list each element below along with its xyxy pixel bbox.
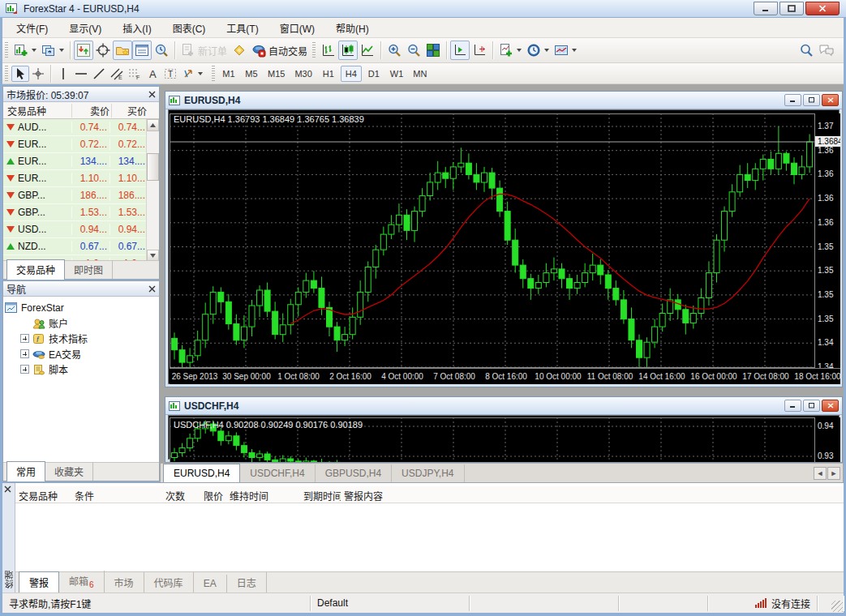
toolbar-grip[interactable] <box>5 66 8 82</box>
menu-item[interactable]: 工具(T) <box>216 19 268 37</box>
timeframe-button-d1[interactable]: D1 <box>363 66 384 82</box>
chart-tab-eurusdh4[interactable]: EURUSD,H4 <box>163 464 240 482</box>
toolbar-grip[interactable] <box>5 42 8 58</box>
menu-item[interactable]: 显示(V) <box>58 19 112 37</box>
market-watch-tab-交易品种[interactable]: 交易品种 <box>6 259 65 280</box>
timeframe-button-h4[interactable]: H4 <box>341 66 362 82</box>
usdchf-price-axis[interactable]: 0.940.93 <box>815 417 840 463</box>
new-order-button[interactable]: 新订单 <box>178 41 230 60</box>
expand-icon[interactable] <box>20 365 29 374</box>
resize-grip[interactable] <box>831 601 843 612</box>
templates-button[interactable] <box>552 41 579 60</box>
crosshair-tool-button[interactable] <box>29 66 47 82</box>
new-chart-dropdown[interactable] <box>32 49 37 52</box>
terminal-tab-EA[interactable]: EA <box>194 575 227 592</box>
chart-tab-usdjpyh4[interactable]: USDJPY,H4 <box>392 464 464 482</box>
market-watch-row[interactable]: NZD...0.67...0.67... <box>3 238 159 255</box>
toolbar-grip[interactable] <box>212 66 215 82</box>
column-symbol[interactable]: 交易品种 <box>3 104 71 118</box>
timeframe-button-m15[interactable]: M15 <box>264 66 289 82</box>
periods-dropdown[interactable] <box>544 49 549 52</box>
maximize-button[interactable] <box>779 2 804 15</box>
timeframe-button-m30[interactable]: M30 <box>290 66 316 82</box>
zoom-out-button[interactable] <box>404 41 423 60</box>
line-chart-button[interactable] <box>358 41 377 60</box>
candlestick-chart-button[interactable] <box>338 41 358 60</box>
market-watch-row[interactable]: USD...0.94...0.94... <box>3 221 159 238</box>
menu-item[interactable]: 文件(F) <box>6 19 58 37</box>
chart-restore-button[interactable] <box>803 94 820 106</box>
tree-item-accounts[interactable]: 账户 <box>5 315 159 331</box>
templates-dropdown[interactable] <box>572 49 577 52</box>
terminal-tab-代码库[interactable]: 代码库 <box>144 572 194 592</box>
chart-tab-gbpusdh4[interactable]: GBPUSD,H4 <box>316 464 392 482</box>
data-window-button[interactable] <box>93 41 113 60</box>
terminal-column-条件[interactable]: 条件 <box>71 486 130 503</box>
market-watch-row[interactable]: AUD...0.74...0.74... <box>3 119 159 136</box>
tree-item-forexstar[interactable]: ForexStar <box>5 300 159 315</box>
scroll-up-button[interactable] <box>147 119 159 131</box>
column-bid[interactable]: 卖价 <box>71 104 110 118</box>
auto-scroll-button[interactable] <box>450 41 470 60</box>
cursor-tool-button[interactable] <box>11 66 29 82</box>
tree-item-indicators[interactable]: f技术指标 <box>5 331 159 346</box>
bar-chart-button[interactable] <box>319 41 338 60</box>
navigator-close-icon[interactable] <box>148 285 156 293</box>
navigator-tab-收藏夹[interactable]: 收藏夹 <box>45 462 93 481</box>
menu-item[interactable]: 图表(C) <box>162 19 217 37</box>
terminal-column-维持时间[interactable]: 维持时间 <box>226 486 300 503</box>
menu-item[interactable]: 帮助(H) <box>325 19 380 37</box>
chart-close-button[interactable] <box>822 94 839 106</box>
new-chart-button[interactable] <box>11 41 39 60</box>
periods-button[interactable] <box>524 41 552 60</box>
indicators-dropdown[interactable] <box>517 49 522 52</box>
timeframe-button-h1[interactable]: H1 <box>318 66 339 82</box>
fibonacci-tool[interactable]: F <box>126 66 144 82</box>
chart-tab-usdchfh4[interactable]: USDCHF,H4 <box>240 464 315 482</box>
tree-item-experts[interactable]: EA交易 <box>5 346 159 361</box>
market-watch-toggle[interactable] <box>74 41 93 60</box>
chart-close-button[interactable] <box>822 400 839 412</box>
timeframe-button-w1[interactable]: W1 <box>386 66 408 82</box>
horizontal-line-tool[interactable] <box>72 66 90 82</box>
terminal-column-次数[interactable]: 次数 <box>130 486 188 503</box>
arrows-tool-button[interactable] <box>179 66 205 82</box>
status-profile[interactable]: Default <box>311 596 470 611</box>
chart-maximize-button[interactable] <box>803 400 820 412</box>
timeframe-button-m1[interactable]: M1 <box>218 66 239 82</box>
navigator-tab-常用[interactable]: 常用 <box>6 461 45 481</box>
scroll-thumb[interactable] <box>147 153 159 181</box>
chart-minimize-button[interactable] <box>784 94 801 106</box>
expand-icon[interactable] <box>20 334 29 343</box>
tabs-scroll-right-icon[interactable]: ► <box>827 467 840 480</box>
menu-item[interactable]: 窗口(W) <box>269 19 325 37</box>
terminal-toggle[interactable] <box>132 41 152 60</box>
market-watch-row[interactable]: GBP...1.53...1.53... <box>3 204 159 221</box>
timeframe-button-m5[interactable]: M5 <box>241 66 262 82</box>
expand-icon[interactable] <box>20 349 29 358</box>
terminal-tab-日志[interactable]: 日志 <box>227 572 267 592</box>
terminal-tab-市场[interactable]: 市场 <box>105 572 144 592</box>
metaeditor-button[interactable] <box>230 41 249 60</box>
menu-item[interactable]: 插入(I) <box>112 19 161 37</box>
market-watch-close-icon[interactable] <box>148 91 156 98</box>
community-button[interactable] <box>816 41 837 60</box>
terminal-column-警报内容[interactable]: 警报内容 <box>341 486 795 503</box>
tree-item-scripts[interactable]: 脚本 <box>5 361 159 377</box>
trendline-tool[interactable] <box>90 66 108 82</box>
chart-shift-button[interactable] <box>470 41 489 60</box>
auto-trading-button[interactable]: 自动交易 <box>249 41 310 60</box>
minimize-button[interactable] <box>754 2 778 15</box>
chart-window-titlebar[interactable]: USDCHF,H4 <box>165 397 842 415</box>
market-watch-row[interactable]: EUR...1.10...1.10... <box>3 170 159 187</box>
eurusd-price-axis[interactable]: 1.371.361.361.361.361.351.351.351.351.34… <box>815 113 840 368</box>
tabs-scroll-left-icon[interactable]: ◄ <box>814 467 827 480</box>
timeframe-button-mn[interactable]: MN <box>409 66 431 82</box>
terminal-tab-邮箱[interactable]: 邮箱6 <box>59 571 105 592</box>
market-watch-tab-即时图[interactable]: 即时图 <box>65 260 113 279</box>
market-watch-row[interactable]: EUR...134....134.... <box>3 153 159 170</box>
toolbar-grip[interactable] <box>312 42 316 58</box>
text-tool[interactable]: A <box>144 66 161 82</box>
close-button[interactable] <box>805 2 840 15</box>
profiles-button[interactable] <box>39 41 67 60</box>
